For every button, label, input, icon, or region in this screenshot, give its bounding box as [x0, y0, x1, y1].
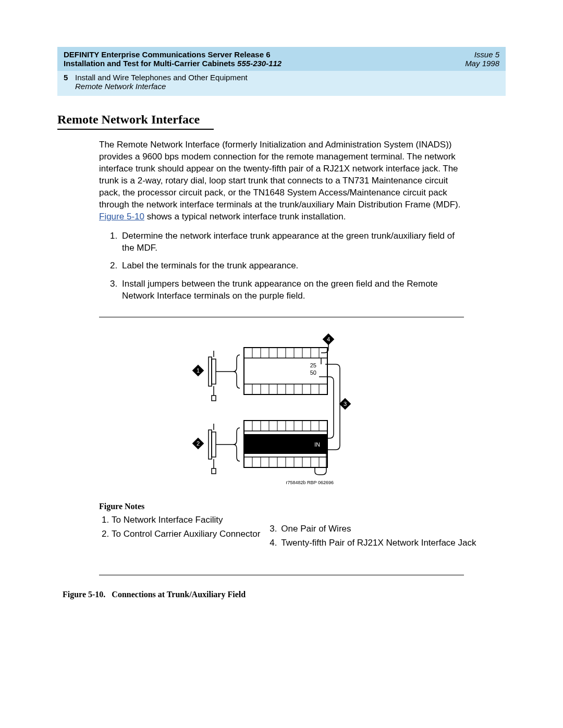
svg-rect-1: [212, 359, 216, 384]
step-1: Determine the network interface trunk ap…: [120, 230, 464, 254]
svg-rect-4: [212, 396, 216, 401]
figure-footer: r758482b RBP 062696: [286, 480, 334, 485]
header-title-2: Installation and Test for Multi-Carrier …: [64, 59, 282, 68]
svg-text:2: 2: [197, 440, 200, 447]
header-issue: Issue 5: [474, 50, 499, 59]
callout-1-icon: 1: [192, 365, 204, 377]
svg-text:25: 25: [310, 362, 316, 368]
svg-rect-0: [209, 357, 212, 386]
connector-top-left-icon: [209, 351, 216, 401]
body-paragraph: The Remote Network Interface (formerly I…: [99, 139, 464, 302]
figure-notes-heading: Figure Notes: [99, 502, 506, 511]
divider-bottom: [99, 575, 464, 575]
svg-text:IN: IN: [314, 441, 320, 448]
connector-bottom-left-icon: [209, 424, 216, 474]
figure-note-1: To Network Interface Facility: [112, 514, 260, 526]
figure-link[interactable]: Figure 5-10: [99, 212, 144, 221]
svg-text:3: 3: [344, 401, 347, 407]
step-3: Install jumpers between the trunk appear…: [120, 278, 464, 302]
svg-text:4: 4: [327, 336, 330, 342]
figure-note-4: 4.Twenty-fifth Pair of RJ21X Network Int…: [270, 537, 476, 549]
wire-pair-icon-2: [319, 377, 334, 438]
page-subheader: 5 Install and Wire Telephones and Other …: [57, 71, 506, 96]
figure-note-2: To Control Carrier Auxiliary Connector: [112, 528, 260, 540]
svg-rect-36: [209, 430, 212, 459]
chapter-number: 5: [64, 73, 75, 91]
brace-top-icon: [234, 355, 240, 388]
svg-text:50: 50: [310, 369, 316, 376]
step-2: Label the terminals for the trunk appear…: [120, 260, 464, 272]
svg-rect-40: [212, 468, 216, 474]
figure-notes: To Network Interface Facility To Control…: [99, 514, 506, 560]
figure-diagram: 1 25 50 4: [57, 332, 506, 493]
callout-2-icon: 2: [192, 438, 204, 450]
callout-3-icon: 3: [339, 398, 351, 410]
svg-text:1: 1: [197, 367, 200, 374]
subheader-line-1: Install and Wire Telephones and Other Eq…: [75, 73, 248, 82]
bottom-block: IN: [244, 421, 327, 475]
svg-rect-37: [212, 432, 216, 457]
header-title-1: DEFINITY Enterprise Communications Serve…: [64, 50, 271, 59]
page-header: DEFINITY Enterprise Communications Serve…: [57, 47, 506, 71]
steps-list: Determine the network interface trunk ap…: [99, 230, 464, 303]
figure-note-3: 3.One Pair of Wires: [270, 523, 476, 535]
section-title: Remote Network Interface: [57, 113, 214, 130]
brace-bottom-icon: [234, 428, 240, 461]
divider-top: [99, 317, 464, 317]
top-block: 25 50: [244, 348, 327, 394]
header-date: May 1998: [465, 59, 499, 68]
figure-caption: Figure 5-10.Connections at Trunk/Auxilia…: [63, 590, 506, 599]
subheader-line-2: Remote Network Interface: [75, 82, 248, 91]
